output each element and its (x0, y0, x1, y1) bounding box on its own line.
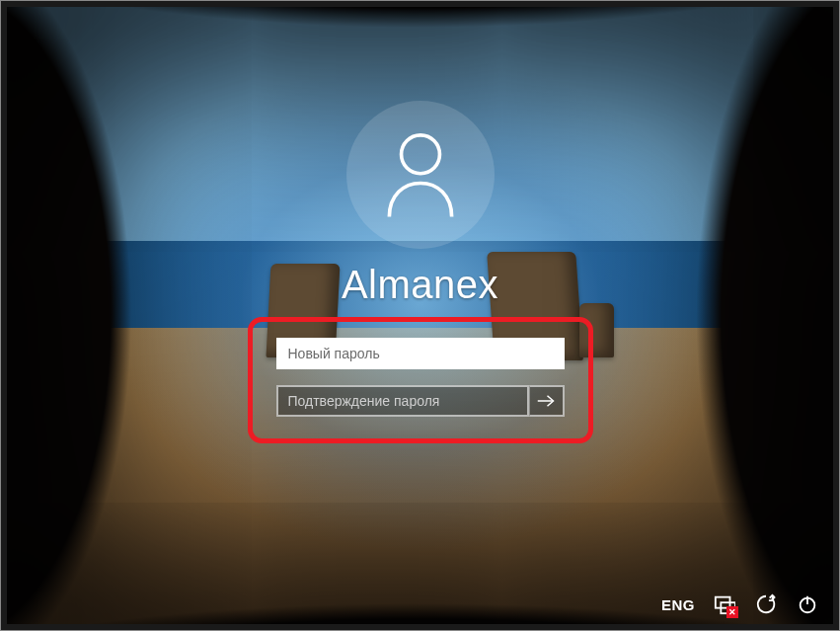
login-panel: Almanex (7, 101, 833, 443)
confirm-password-row (276, 385, 565, 417)
avatar (346, 101, 495, 249)
power-button[interactable] (796, 592, 819, 616)
svg-point-0 (401, 135, 439, 174)
ease-of-access-icon (755, 593, 777, 615)
language-indicator[interactable]: ENG (661, 596, 695, 613)
user-icon (382, 130, 459, 219)
network-button[interactable]: ✕ (713, 592, 736, 616)
power-icon (797, 593, 818, 615)
submit-button[interactable] (529, 385, 564, 417)
new-password-input[interactable] (276, 338, 565, 369)
network-error-badge: ✕ (726, 606, 738, 618)
username-label: Almanex (342, 263, 498, 307)
password-form-highlight (248, 317, 593, 443)
ease-of-access-button[interactable] (754, 592, 778, 616)
confirm-password-input[interactable] (276, 385, 530, 417)
lock-screen: Almanex ENG ✕ (7, 7, 833, 624)
system-tray: ENG ✕ (661, 592, 819, 616)
new-password-row (276, 338, 565, 369)
arrow-right-icon (537, 394, 555, 408)
